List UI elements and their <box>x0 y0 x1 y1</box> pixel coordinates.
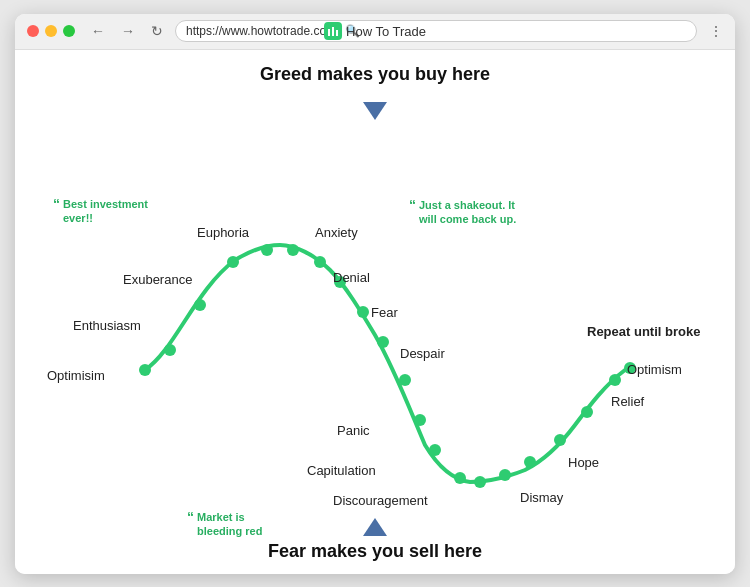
svg-point-16 <box>454 472 466 484</box>
svg-point-17 <box>474 476 486 488</box>
label-relief: Relief <box>611 394 644 409</box>
traffic-lights <box>27 25 75 37</box>
quote-icon-2: “ <box>409 198 416 212</box>
svg-point-22 <box>609 374 621 386</box>
svg-point-21 <box>581 406 593 418</box>
label-fear: Fear <box>371 305 398 320</box>
label-capitulation: Capitulation <box>307 463 376 478</box>
label-hope: Hope <box>568 455 599 470</box>
label-optimism-right: Optimism <box>627 362 682 377</box>
label-despair: Despair <box>400 346 445 361</box>
site-title: How To Trade <box>324 22 426 40</box>
svg-point-5 <box>194 299 206 311</box>
forward-button[interactable]: → <box>117 21 139 41</box>
svg-point-8 <box>287 244 299 256</box>
svg-point-4 <box>164 344 176 356</box>
quote-text-bleeding: Market isbleeding red <box>197 510 262 539</box>
svg-point-13 <box>399 374 411 386</box>
svg-point-3 <box>139 364 151 376</box>
svg-rect-2 <box>336 30 338 36</box>
quote-bleeding-red: “ Market isbleeding red <box>187 510 262 539</box>
label-dismay: Dismay <box>520 490 563 505</box>
svg-point-11 <box>357 306 369 318</box>
svg-point-15 <box>429 444 441 456</box>
label-exuberance: Exuberance <box>123 272 192 287</box>
label-optimism-left: Optimisim <box>47 368 105 383</box>
quote-icon: “ <box>53 197 60 211</box>
more-button[interactable]: ⋮ <box>709 23 723 39</box>
quote-best-investment: “ Best investmentever!! <box>53 197 148 226</box>
close-button[interactable] <box>27 25 39 37</box>
quote-icon-3: “ <box>187 510 194 524</box>
svg-point-14 <box>414 414 426 426</box>
quote-text-best: Best investmentever!! <box>63 197 148 226</box>
svg-rect-1 <box>332 27 334 36</box>
label-discouragement: Discouragement <box>333 493 428 508</box>
label-repeat: Repeat until broke <box>587 324 700 339</box>
svg-point-9 <box>314 256 326 268</box>
svg-point-18 <box>499 469 511 481</box>
browser-window: ← → ↻ https://www.howtotrade.com/ 🔍 ⋮ Ho… <box>15 14 735 574</box>
svg-point-7 <box>261 244 273 256</box>
minimize-button[interactable] <box>45 25 57 37</box>
label-denial: Denial <box>333 270 370 285</box>
svg-point-12 <box>377 336 389 348</box>
chart-content: Greed makes you buy here Fear makes you … <box>15 50 735 574</box>
title-bar: ← → ↻ https://www.howtotrade.com/ 🔍 ⋮ Ho… <box>15 14 735 50</box>
back-button[interactable]: ← <box>87 21 109 41</box>
label-enthusiasm: Enthusiasm <box>73 318 141 333</box>
label-anxiety: Anxiety <box>315 225 358 240</box>
url-text: https://www.howtotrade.com/ <box>186 24 339 38</box>
label-euphoria: Euphoria <box>197 225 249 240</box>
address-bar[interactable]: https://www.howtotrade.com/ 🔍 <box>175 20 697 42</box>
refresh-button[interactable]: ↻ <box>147 21 167 41</box>
site-name: How To Trade <box>346 24 426 39</box>
site-logo <box>324 22 342 40</box>
maximize-button[interactable] <box>63 25 75 37</box>
label-panic: Panic <box>337 423 370 438</box>
quote-text-shakeout: Just a shakeout. Itwill come back up. <box>419 198 516 227</box>
svg-point-6 <box>227 256 239 268</box>
svg-rect-0 <box>328 29 330 36</box>
svg-point-20 <box>554 434 566 446</box>
svg-point-19 <box>524 456 536 468</box>
quote-shakeout: “ Just a shakeout. Itwill come back up. <box>409 198 516 227</box>
